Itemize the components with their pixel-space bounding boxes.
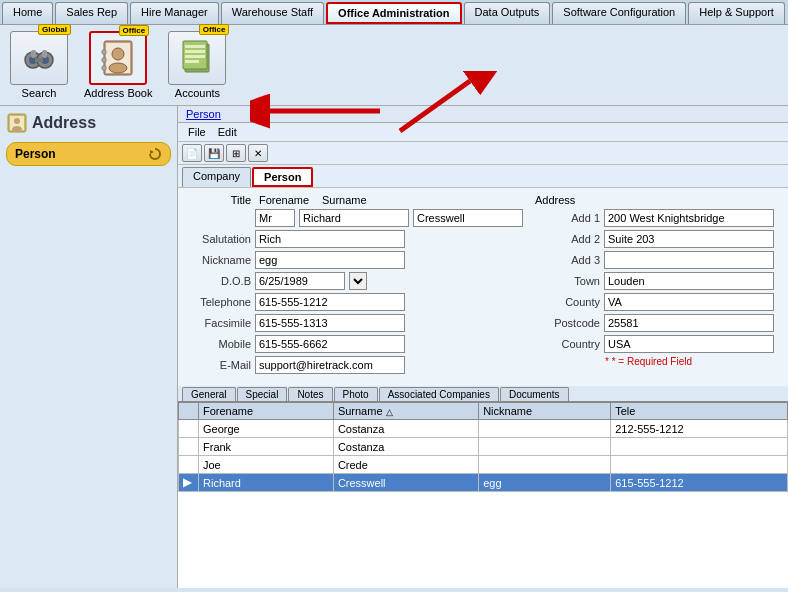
icon-item-accounts[interactable]: Office Accounts — [166, 29, 228, 101]
county-label: County — [535, 296, 600, 308]
tab-general[interactable]: General — [182, 387, 236, 401]
county-input[interactable] — [604, 293, 774, 311]
add1-label: Add 1 — [535, 212, 600, 224]
dob-input[interactable] — [255, 272, 345, 290]
row-arrow-4: ▶ — [179, 474, 199, 492]
address-icon — [6, 112, 28, 134]
tab-hiremanager[interactable]: Hire Manager — [130, 2, 219, 24]
town-input[interactable] — [604, 272, 774, 290]
accounts-icon-box: Office — [168, 31, 226, 85]
tab-associated-companies[interactable]: Associated Companies — [379, 387, 499, 401]
office-badge-2: Office — [199, 24, 230, 35]
icon-item-addressbook[interactable]: Office Address Book — [82, 29, 154, 101]
add1-input[interactable] — [604, 209, 774, 227]
table-row[interactable]: George Costanza 212-555-1212 — [179, 420, 788, 438]
tab-dataoutputs[interactable]: Data Outputs — [464, 2, 551, 24]
sidebar-person-label: Person — [15, 147, 56, 161]
add3-input[interactable] — [604, 251, 774, 269]
bottom-tabs: General Special Notes Photo Associated C… — [178, 386, 788, 402]
form-tabs: Company Person — [178, 165, 788, 188]
delete-btn[interactable]: ✕ — [248, 144, 268, 162]
email-input[interactable] — [255, 356, 405, 374]
tab-company[interactable]: Company — [182, 167, 251, 187]
table-row[interactable]: Frank Costanza — [179, 438, 788, 456]
grid-header-row: Forename Surname △ Nickname Tele — [179, 403, 788, 420]
grid-btn[interactable]: ⊞ — [226, 144, 246, 162]
save-btn[interactable]: 💾 — [204, 144, 224, 162]
add2-input[interactable] — [604, 230, 774, 248]
col-surname[interactable]: Surname △ — [333, 403, 478, 420]
accounts-label: Accounts — [175, 87, 220, 99]
cell-surname-3: Crede — [333, 456, 478, 474]
svg-point-30 — [12, 126, 22, 132]
mobile-input[interactable] — [255, 335, 405, 353]
table-row-selected[interactable]: ▶ Richard Cresswell egg 615-555-1212 — [179, 474, 788, 492]
tab-documents[interactable]: Documents — [500, 387, 569, 401]
surname-input[interactable] — [413, 209, 523, 227]
icon-item-search[interactable]: Global Search — [8, 29, 70, 101]
telephone-row: Telephone — [186, 293, 523, 311]
svg-rect-11 — [102, 50, 106, 54]
postcode-input[interactable] — [604, 314, 774, 332]
sidebar-item-person[interactable]: Person — [6, 142, 171, 166]
cell-nickname-3 — [479, 456, 611, 474]
sidebar-heading: Address — [32, 114, 96, 132]
facsimile-input[interactable] — [255, 314, 405, 332]
required-star: * — [605, 356, 609, 367]
tab-softwareconfig[interactable]: Software Configuration — [552, 2, 686, 24]
file-menu[interactable]: File — [182, 125, 212, 139]
col-forename[interactable]: Forename — [199, 403, 334, 420]
col-tele[interactable]: Tele — [611, 403, 788, 420]
cell-forename-1: George — [199, 420, 334, 438]
breadcrumb-link[interactable]: Person — [186, 108, 221, 120]
search-label: Search — [22, 87, 57, 99]
tab-officeadmin[interactable]: Office Administration — [326, 2, 461, 24]
tab-home[interactable]: Home — [2, 2, 53, 24]
svg-point-29 — [14, 118, 20, 124]
tab-helpsupport[interactable]: Help & Support — [688, 2, 785, 24]
svg-rect-13 — [102, 66, 106, 70]
office-badge-1: Office — [119, 25, 150, 36]
mobile-label: Mobile — [186, 338, 251, 350]
salutation-row: Salutation — [186, 230, 523, 248]
tab-special[interactable]: Special — [237, 387, 288, 401]
binoculars-icon — [21, 40, 57, 76]
title-col-header: Title — [186, 194, 251, 206]
dob-dropdown[interactable]: ▼ — [349, 272, 367, 290]
cell-forename-4: Richard — [199, 474, 334, 492]
address-header: Address — [535, 194, 575, 206]
row-arrow-1 — [179, 420, 199, 438]
facsimile-row: Facsimile — [186, 314, 523, 332]
col-nickname[interactable]: Nickname — [479, 403, 611, 420]
nickname-input[interactable] — [255, 251, 405, 269]
new-btn[interactable]: 📄 — [182, 144, 202, 162]
tab-salesrep[interactable]: Sales Rep — [55, 2, 128, 24]
data-grid: Forename Surname △ Nickname Tele George … — [178, 402, 788, 492]
cell-nickname-1 — [479, 420, 611, 438]
nickname-label: Nickname — [186, 254, 251, 266]
nickname-row: Nickname — [186, 251, 523, 269]
accounts-icon — [179, 38, 215, 78]
svg-line-26 — [400, 81, 470, 131]
title-input[interactable]: Mr — [255, 209, 295, 227]
forename-col-header: Forename — [259, 194, 314, 206]
table-row[interactable]: Joe Crede — [179, 456, 788, 474]
tab-warehousestaff[interactable]: Warehouse Staff — [221, 2, 324, 24]
facsimile-label: Facsimile — [186, 317, 251, 329]
cell-tele-1: 212-555-1212 — [611, 420, 788, 438]
country-input[interactable] — [604, 335, 774, 353]
forename-input[interactable] — [299, 209, 409, 227]
tab-notes[interactable]: Notes — [288, 387, 332, 401]
addressbook-label: Address Book — [84, 87, 152, 99]
refresh-icon — [148, 147, 162, 161]
edit-menu[interactable]: Edit — [212, 125, 243, 139]
name-input-row: Mr — [186, 209, 523, 227]
tab-photo[interactable]: Photo — [334, 387, 378, 401]
telephone-input[interactable] — [255, 293, 405, 311]
row-arrow-3 — [179, 456, 199, 474]
salutation-input[interactable] — [255, 230, 405, 248]
svg-rect-23 — [185, 60, 199, 63]
tab-person[interactable]: Person — [252, 167, 313, 187]
country-row: Country — [535, 335, 780, 353]
salutation-label: Salutation — [186, 233, 251, 245]
